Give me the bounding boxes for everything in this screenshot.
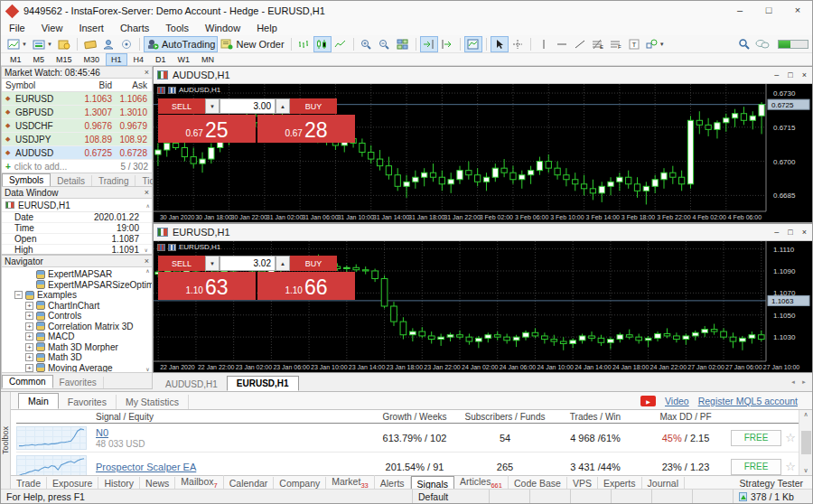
market-row-usdchf[interactable]: ◆ USDCHF 0.9676 0.9679 [2,119,152,133]
toolbox-side-strip[interactable]: Toolbox [1,392,11,490]
timeframe-h4[interactable]: H4 [128,53,150,66]
scroll-down-icon[interactable]: ∨ [145,247,150,253]
collapse-icon[interactable]: − [14,291,23,299]
close-button[interactable]: × [802,70,807,79]
market-row-eurusd[interactable]: ◆ EURUSD 1.1063 1.1066 [2,92,152,106]
expand-icon[interactable]: + [25,322,33,331]
chart-shift-button[interactable] [438,36,456,52]
community-chat-button[interactable] [752,36,772,52]
menu-help[interactable]: Help [248,23,285,33]
minimize-button[interactable]: – [774,228,779,237]
tree-item-controls[interactable]: + Controls [2,311,152,322]
zoom-in-button[interactable] [358,36,376,52]
fibo-levels-tool[interactable]: F [607,36,625,52]
expand-icon[interactable]: + [25,312,33,320]
market-row-audusd[interactable]: ◆ AUDUSD 0.6725 0.6728 [2,146,152,160]
auto-scroll-button[interactable] [420,36,438,52]
signal-row-n0[interactable]: N0 48 033 USD 613.79% / 102 54 4 968 /61… [16,424,805,453]
sell-button[interactable]: SELL [158,98,205,114]
buy-button[interactable]: BUY [290,98,337,114]
timeframe-m30[interactable]: M30 [79,53,106,66]
zoom-out-button[interactable] [376,36,394,52]
expand-icon[interactable]: + [25,302,33,310]
chart-window-titlebar[interactable]: EURUSD,H1 – □ × [154,224,813,241]
minimize-button[interactable]: – [725,1,754,21]
tree-item-macd[interactable]: + MACD [2,331,152,342]
vertical-line-tool[interactable] [535,36,553,52]
expand-icon[interactable]: + [25,364,33,372]
volume-down-button[interactable]: ▼ [205,98,220,114]
strategy-tester-label[interactable]: Strategy Tester [740,478,812,489]
market-row-usdjpy[interactable]: ◆ USDJPY 108.89 108.92 [2,133,152,146]
signal-row-prospector[interactable]: Prospector Scalper EA 201.54% / 91 265 3… [16,453,805,475]
expand-icon[interactable]: + [25,343,33,351]
navigator-button[interactable] [117,36,136,52]
timeframe-m5[interactable]: M5 [28,53,51,66]
volume-up-button[interactable]: ▲ [276,98,290,114]
tab-experts[interactable]: Experts [598,477,642,490]
profiles-button[interactable]: ▼ [30,36,55,52]
shapes-tool[interactable]: ▼ [643,36,668,52]
cursor-tool-button[interactable] [491,36,509,52]
market-row-gbpusd[interactable]: ◆ GBPUSD 1.3007 1.3010 [2,106,152,119]
tree-item-correlation-matrix-3d[interactable]: + Correlation Matrix 3D [2,322,152,332]
market-watch-button[interactable] [81,36,99,52]
close-icon[interactable]: × [145,257,149,266]
signal-link[interactable]: N0 [96,427,369,438]
tab-alerts[interactable]: Alerts [375,477,411,490]
menu-file[interactable]: File [1,23,33,33]
timeframe-h1[interactable]: H1 [106,53,127,66]
tree-item-examples[interactable]: − Examples [2,290,152,301]
timeframe-m15[interactable]: M15 [51,53,78,66]
column-ask[interactable]: Ask [112,80,150,90]
video-link[interactable]: Video [665,396,689,406]
menu-tools[interactable]: Tools [157,23,197,33]
candles-chart-type-button[interactable] [313,36,332,52]
volume-up-button[interactable]: ▲ [276,256,290,271]
tab-main[interactable]: Main [18,393,59,409]
tab-exposure[interactable]: Exposure [47,477,98,490]
maximize-button[interactable]: □ [788,228,792,237]
tab-symbols[interactable]: Symbols [2,173,51,187]
header-trades-win[interactable]: Trades / Win [550,412,640,422]
minimize-button[interactable]: – [774,70,779,79]
tab-common[interactable]: Common [2,375,53,388]
tree-item-chartinchart[interactable]: + ChartInChart [2,301,152,312]
close-icon[interactable]: × [145,68,149,77]
line-chart-type-button[interactable] [332,36,350,52]
tab-calendar[interactable]: Calendar [224,477,275,490]
close-button[interactable]: × [802,228,807,237]
fibonacci-tool[interactable]: E [589,36,607,52]
menu-charts[interactable]: Charts [112,23,157,33]
sell-price-panel[interactable]: 1.1063 [158,272,256,300]
menu-view[interactable]: View [33,23,71,33]
close-icon[interactable]: × [145,188,149,197]
new-chart-button[interactable]: ▼ [5,36,30,52]
tab-favorites[interactable]: Favorites [53,377,104,388]
indicators-window-button[interactable] [464,36,482,52]
tree-item-math-3d[interactable]: + Math 3D [2,352,152,363]
tab-news[interactable]: News [140,477,175,490]
buy-price-panel[interactable]: 0.6728 [257,115,355,143]
timeframe-mn[interactable]: MN [196,53,220,66]
expand-icon[interactable]: + [25,353,33,361]
signal-link[interactable]: Prospector Scalper EA [96,462,369,472]
tab-company[interactable]: Company [274,477,326,490]
timeframe-d1[interactable]: D1 [150,53,172,66]
maximize-button[interactable]: □ [754,1,783,21]
volume-down-button[interactable]: ▼ [205,256,220,271]
trade-panel-button[interactable] [55,36,73,52]
chevron-down-icon[interactable]: ▼ [47,42,52,47]
tab-vps[interactable]: VPS [567,477,598,490]
expand-icon[interactable]: + [25,332,33,341]
tab-journal[interactable]: Journal [642,477,685,490]
chevron-down-icon[interactable]: ▼ [659,42,665,47]
tab-scroll-right-icon[interactable]: ► [801,379,807,385]
menu-insert[interactable]: Insert [70,23,112,33]
bar-chart-type-button[interactable] [295,36,313,52]
autotrading-button[interactable]: AutoTrading [144,36,219,52]
tab-my-statistics[interactable]: My Statistics [117,395,189,409]
maximize-button[interactable]: □ [788,70,792,79]
close-button[interactable]: × [783,1,812,21]
header-subscribers-funds[interactable]: Subscribers / Funds [460,412,550,422]
